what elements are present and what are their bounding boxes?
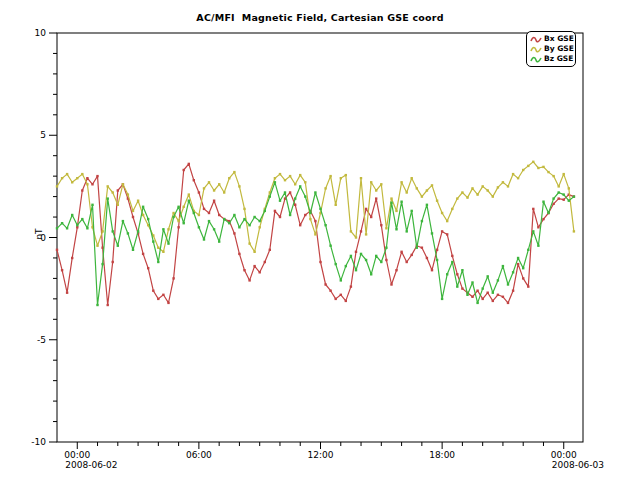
x-date-label: 2008-06-03 [552,460,604,470]
y-axis-label: nT [34,219,44,249]
plot-area: 1050-5-1000:002008-06-0206:0012:0018:000… [0,0,640,480]
series-line-by-gse [57,162,574,252]
x-tick-label: 00:00 [64,450,90,460]
legend-item-by: By GSE [530,44,572,54]
legend: Bx GSE By GSE Bz GSE [526,31,576,67]
bz-line-marker-icon [530,55,542,64]
y-tick-label: -10 [31,437,46,447]
chart-title: AC/MFI Magnetic Field, Cartesian GSE coo… [57,12,583,23]
by-line-marker-icon [530,45,542,54]
series-markers-bz-gse [56,181,575,306]
legend-item-bx: Bx GSE [530,34,572,44]
y-tick-label: 5 [40,130,46,140]
legend-label-bz: Bz GSE [544,54,573,64]
y-tick-label: 10 [35,28,47,38]
plot-window: 1050-5-1000:002008-06-0206:0012:0018:000… [0,0,640,480]
legend-label-bx: Bx GSE [544,34,574,44]
x-tick-label: 12:00 [308,450,334,460]
series-line-bz-gse [57,182,574,305]
x-tick-label: 00:00 [551,450,577,460]
x-date-label: 2008-06-02 [65,460,117,470]
legend-label-by: By GSE [544,44,574,54]
x-tick-label: 18:00 [429,450,455,460]
bx-line-marker-icon [530,35,542,44]
series-markers-by-gse [56,161,575,253]
legend-item-bz: Bz GSE [530,54,572,64]
x-tick-label: 06:00 [186,450,212,460]
y-tick-label: -5 [37,335,46,345]
